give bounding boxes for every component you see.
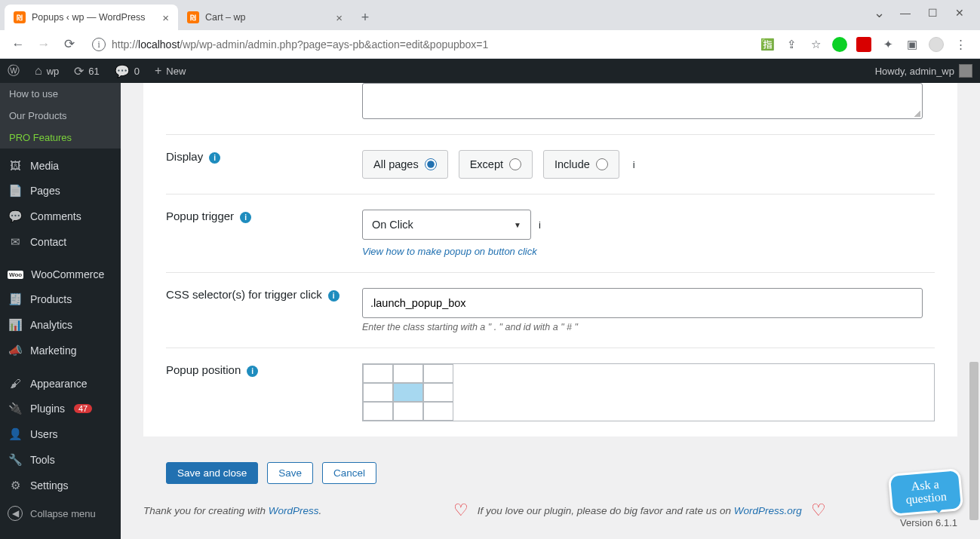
cancel-button[interactable]: Cancel xyxy=(322,462,376,484)
new-tab-button[interactable]: + xyxy=(355,7,376,28)
sidebar-item[interactable]: 📣Marketing xyxy=(0,338,121,363)
sidebar-item[interactable]: 💬Comments xyxy=(0,204,121,229)
wp-admin-bar: ⓦ ⌂wp ⟳61 💬0 +New Howdy, admin_wp xyxy=(0,59,980,83)
site-info-icon[interactable]: i xyxy=(92,38,106,51)
footer: Thank you for creating with WordPress. ♡… xyxy=(121,501,980,535)
help-icon[interactable]: i xyxy=(539,219,541,231)
menu-icon: 👤 xyxy=(8,427,23,441)
sidebar-label: Users xyxy=(30,428,58,440)
sidebar-label: Analytics xyxy=(30,319,72,331)
sidebar-item[interactable]: ✉Contact xyxy=(0,229,121,255)
window-close-button[interactable]: ✕ xyxy=(948,2,971,24)
menu-icon: 📄 xyxy=(8,184,23,198)
home-icon: ⌂ xyxy=(35,64,42,78)
help-icon[interactable]: i xyxy=(247,366,258,377)
thank-you-text: Thank you for creating with WordPress. xyxy=(143,505,321,516)
browser-tab[interactable]: ₪ Cart – wp × xyxy=(178,5,352,30)
menu-icon[interactable]: ⋮ xyxy=(953,37,968,52)
position-cell-center[interactable] xyxy=(393,383,423,402)
url-text: http://localhost/wp/wp-admin/admin.php?p… xyxy=(112,38,488,51)
sidebar-label: Marketing xyxy=(30,345,76,357)
avatar-icon xyxy=(959,64,972,78)
trigger-help-link[interactable]: View how to make popup on button click xyxy=(362,246,537,257)
radio-except[interactable]: Except xyxy=(459,150,533,179)
bookmark-icon[interactable]: ☆ xyxy=(808,37,823,52)
submenu-item[interactable]: How to use xyxy=(0,83,121,105)
window-maximize-button[interactable]: ☐ xyxy=(921,2,944,24)
submenu-item[interactable]: Our Products xyxy=(0,105,121,127)
collapse-menu[interactable]: ◀ Collapse menu xyxy=(0,498,121,528)
browser-tab[interactable]: ₪ Popups ‹ wp — WordPress × xyxy=(5,5,178,30)
wporg-link[interactable]: WordPress.org xyxy=(734,505,802,516)
rate-text: If you love our plugin, please do big fa… xyxy=(478,505,731,516)
update-icon: ⟳ xyxy=(74,64,84,78)
help-icon[interactable]: i xyxy=(633,159,635,170)
collapse-icon: ◀ xyxy=(8,506,23,521)
sidebar-item[interactable]: WooWooCommerce xyxy=(0,262,121,286)
sidebar-label: Media xyxy=(30,160,59,172)
wordpress-link[interactable]: WordPress xyxy=(269,505,319,516)
translate-icon[interactable]: 🈯 xyxy=(760,37,775,52)
close-icon[interactable]: × xyxy=(336,11,343,24)
new-link[interactable]: +New xyxy=(147,59,193,83)
close-icon[interactable]: × xyxy=(162,11,169,24)
sidebar-item[interactable]: ⚙Settings xyxy=(0,473,121,498)
sidebar-item[interactable]: 🖼Media xyxy=(0,153,121,178)
menu-icon: 🔌 xyxy=(8,402,23,415)
sidebar-label: Products xyxy=(30,293,72,305)
updates-link[interactable]: ⟳61 xyxy=(66,59,106,83)
sidebar-label: Contact xyxy=(30,236,66,248)
sidebar-item[interactable]: 🔧Tools xyxy=(0,447,121,473)
sidebar-label: Comments xyxy=(30,210,81,222)
help-icon[interactable]: i xyxy=(328,290,339,302)
forward-button[interactable]: → xyxy=(33,34,54,55)
position-grid[interactable] xyxy=(362,363,935,421)
help-icon[interactable]: i xyxy=(209,152,220,164)
scrollbar-thumb[interactable] xyxy=(969,362,978,520)
browser-tab-strip: ₪ Popups ‹ wp — WordPress × ₪ Cart – wp … xyxy=(0,0,980,30)
menu-icon: 🖼 xyxy=(8,159,23,172)
menu-icon: 📣 xyxy=(8,344,23,357)
sidebar-item[interactable]: 📄Pages xyxy=(0,178,121,204)
css-selector-input[interactable] xyxy=(362,288,923,318)
field-label: Displayi xyxy=(166,150,362,179)
menu-icon: 🧾 xyxy=(8,292,23,306)
help-icon[interactable]: i xyxy=(240,212,251,223)
back-button[interactable]: ← xyxy=(8,34,29,55)
wordpress-icon: ⓦ xyxy=(8,63,20,79)
reload-button[interactable]: ⟳ xyxy=(59,34,80,55)
extensions-icon[interactable]: ✦ xyxy=(880,37,896,52)
sidebar-item[interactable]: 🧾Products xyxy=(0,286,121,312)
extension-icon[interactable] xyxy=(856,37,871,52)
share-icon[interactable]: ⇪ xyxy=(784,37,799,52)
badge: 47 xyxy=(74,404,92,413)
address-bar[interactable]: i http://localhost/wp/wp-admin/admin.php… xyxy=(84,33,751,56)
save-button[interactable]: Save xyxy=(267,462,313,484)
trigger-select[interactable]: On Click xyxy=(362,210,531,240)
extension-icon[interactable] xyxy=(832,37,847,52)
sidebar-item[interactable]: 👤Users xyxy=(0,421,121,447)
window-controls: ⌄ — ☐ ✕ xyxy=(865,0,980,26)
sidebar-item[interactable]: 📊Analytics xyxy=(0,312,121,338)
radio-include[interactable]: Include xyxy=(543,150,619,179)
sidebar-item[interactable]: 🖌Appearance xyxy=(0,371,121,396)
sidebar-item[interactable]: 🔌Plugins47 xyxy=(0,396,121,421)
profile-avatar[interactable] xyxy=(929,37,944,52)
browser-toolbar: ← → ⟳ i http://localhost/wp/wp-admin/adm… xyxy=(0,30,980,59)
chevron-down-icon[interactable]: ⌄ xyxy=(874,5,885,21)
save-close-button[interactable]: Save and close xyxy=(166,462,258,484)
wp-logo[interactable]: ⓦ xyxy=(0,59,27,83)
site-link[interactable]: ⌂wp xyxy=(27,59,66,83)
howdy-link[interactable]: Howdy, admin_wp xyxy=(868,59,980,83)
submenu-item[interactable]: PRO Features xyxy=(0,127,121,149)
radio-all-pages[interactable]: All pages xyxy=(362,150,448,179)
panel-icon[interactable]: ▣ xyxy=(905,37,920,52)
menu-icon: ✉ xyxy=(8,235,23,249)
version-text: Version 6.1.1 xyxy=(900,517,957,528)
ask-question-button[interactable]: Ask a question xyxy=(888,468,964,516)
menu-icon: 🔧 xyxy=(8,453,23,467)
textarea-field[interactable] xyxy=(362,83,923,119)
window-minimize-button[interactable]: — xyxy=(894,2,917,24)
scrollbar[interactable] xyxy=(968,83,980,539)
comments-link[interactable]: 💬0 xyxy=(107,59,147,83)
